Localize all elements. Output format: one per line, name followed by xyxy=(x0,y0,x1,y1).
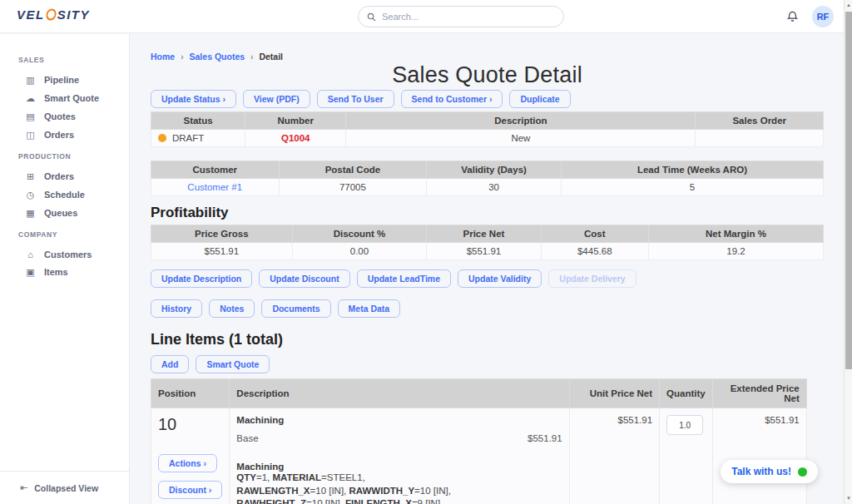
position-value: 10 xyxy=(158,415,222,434)
validity-header: Validity (Days) xyxy=(427,161,562,179)
draft-status-dot-icon xyxy=(158,134,166,142)
send-to-customer-button[interactable]: Send to Customer › xyxy=(401,90,503,108)
unit-price-header: Unit Price Net xyxy=(569,379,659,408)
status-value: DRAFT xyxy=(151,130,245,147)
section-title-production: PRODUCTION xyxy=(18,152,129,161)
view-pdf-button[interactable]: View (PDF) xyxy=(243,90,310,108)
sidebar-item-smart-quote[interactable]: ☁ Smart Quote xyxy=(25,89,129,107)
sidebar-item-label: Orders xyxy=(44,171,74,181)
collapse-arrow-icon: ⇤ xyxy=(20,482,27,493)
breadcrumb-detail: Detail xyxy=(259,52,283,62)
duplicate-button[interactable]: Duplicate xyxy=(509,90,570,108)
update-description-button[interactable]: Update Description xyxy=(151,269,252,288)
profitability-row: $551.91 0.00 $551.91 $445.68 19.2 xyxy=(151,243,824,260)
lead-time-value: 5 xyxy=(561,179,823,196)
quote-description: New xyxy=(346,130,696,147)
search-input[interactable] xyxy=(382,12,555,22)
base-price-row: Base $551.91 xyxy=(236,433,562,443)
base-label: Base xyxy=(236,433,258,443)
sidebar-item-label: Quotes xyxy=(44,111,76,121)
notes-button[interactable]: Notes xyxy=(209,299,255,318)
cost-header: Cost xyxy=(541,225,648,243)
update-delivery-button: Update Delivery xyxy=(548,269,636,288)
topbar-right: RF xyxy=(786,0,834,33)
sidebar-item-customers[interactable]: ⌂ Customers xyxy=(25,245,129,263)
update-validity-button[interactable]: Update Validity xyxy=(458,269,542,288)
cost-value: $445.68 xyxy=(541,243,648,260)
price-gross-header: Price Gross xyxy=(151,225,293,243)
sidebar-item-queues[interactable]: ▦ Queues xyxy=(25,204,129,222)
line-items-table: Position Description Unit Price Net Quan… xyxy=(151,378,807,504)
quantity-cell xyxy=(660,408,713,504)
pipeline-icon: ▥ xyxy=(25,75,36,86)
collapse-label: Collapsed View xyxy=(34,483,98,493)
velosity-logo[interactable]: VELSITY xyxy=(17,7,90,22)
price-net-value: $551.91 xyxy=(427,243,541,260)
add-line-item-button[interactable]: Add xyxy=(151,355,189,373)
search-icon xyxy=(367,12,376,22)
vertical-scrollbar[interactable]: ▲ ▼ xyxy=(844,0,852,504)
li-description-header: Description xyxy=(230,379,569,408)
breadcrumb-separator: › xyxy=(181,52,183,62)
sidebar-item-label: Pipeline xyxy=(44,75,79,85)
line-item-discount-button[interactable]: Discount › xyxy=(158,481,222,499)
sidebar-item-sales-orders[interactable]: ◫ Orders xyxy=(25,126,129,144)
extended-price-value: $551.91 xyxy=(712,408,806,504)
sidebar: SALES ▥ Pipeline ☁ Smart Quote ▤ Quotes … xyxy=(0,34,130,504)
notifications-bell-icon[interactable] xyxy=(786,10,799,23)
profitability-table: Price Gross Discount % Price Net Cost Ne… xyxy=(151,225,824,260)
collapse-sidebar-toggle[interactable]: ⇤ Collapsed View xyxy=(0,471,129,504)
quantity-input[interactable] xyxy=(666,415,703,435)
status-header: Status xyxy=(151,112,245,130)
chat-launcher[interactable]: Talk with us! xyxy=(721,460,818,483)
line-items-heading: Line Items (1 total) xyxy=(151,331,824,348)
machining-param-line: QTY=1, MATERIAL=STEEL1, xyxy=(236,472,562,485)
line-item-actions-button[interactable]: Actions › xyxy=(158,454,217,472)
update-discount-button[interactable]: Update Discount xyxy=(259,269,349,288)
scroll-up-arrow-icon[interactable]: ▲ xyxy=(845,0,852,11)
send-to-user-button[interactable]: Send To User xyxy=(317,90,394,108)
section-title-company: COMPANY xyxy=(18,230,129,239)
sidebar-item-items[interactable]: ▣ Items xyxy=(25,263,129,281)
info-buttons-row: History Notes Documents Meta Data xyxy=(151,299,824,318)
user-avatar[interactable]: RF xyxy=(812,6,834,27)
customer-header: Customer xyxy=(151,161,280,179)
breadcrumb-sales-quotes[interactable]: Sales Quotes xyxy=(190,52,245,62)
status-table: Status Number Description Sales Order DR… xyxy=(151,111,824,147)
base-price-value: $551.91 xyxy=(528,433,562,443)
sidebar-item-label: Orders xyxy=(44,130,74,140)
meta-data-button[interactable]: Meta Data xyxy=(338,299,401,318)
cart-icon: ⊞ xyxy=(25,171,36,182)
history-button[interactable]: History xyxy=(151,299,202,318)
sidebar-section-company: COMPANY ⌂ Customers ▣ Items xyxy=(18,230,129,281)
status-row: DRAFT Q1004 New xyxy=(151,130,824,147)
quantity-header: Quantity xyxy=(660,379,713,408)
breadcrumb-home[interactable]: Home xyxy=(151,52,175,62)
document-icon: ▤ xyxy=(25,111,36,122)
customer-table: Customer Postal Code Validity (Days) Lea… xyxy=(151,161,824,196)
online-status-dot-icon xyxy=(798,467,807,477)
net-margin-value: 19.2 xyxy=(648,243,823,260)
machining-param-line: RAWLENGTH_X=10 [IN], RAWWIDTH_Y=10 [IN], xyxy=(236,485,562,498)
documents-button[interactable]: Documents xyxy=(261,299,330,318)
sales-order-header: Sales Order xyxy=(696,112,824,130)
machining-detail-title: Machining xyxy=(236,462,562,472)
position-header: Position xyxy=(151,379,230,408)
smart-quote-button[interactable]: Smart Quote xyxy=(196,355,270,373)
extended-price-header: Extended Price Net xyxy=(712,379,806,408)
sidebar-section-sales: SALES ▥ Pipeline ☁ Smart Quote ▤ Quotes … xyxy=(18,56,129,144)
scroll-down-arrow-icon[interactable]: ▼ xyxy=(845,493,852,504)
sidebar-item-pipeline[interactable]: ▥ Pipeline xyxy=(25,71,129,89)
sidebar-item-label: Customers xyxy=(44,250,92,259)
sidebar-item-schedule[interactable]: ◷ Schedule xyxy=(25,185,129,204)
update-leadtime-button[interactable]: Update LeadTime xyxy=(357,269,451,288)
customer-link[interactable]: Customer #1 xyxy=(187,182,242,192)
sidebar-item-production-orders[interactable]: ⊞ Orders xyxy=(25,167,129,185)
update-status-button[interactable]: Update Status › xyxy=(151,90,236,108)
sidebar-item-quotes[interactable]: ▤ Quotes xyxy=(25,107,129,126)
logo-text-prefix: VEL xyxy=(17,7,45,22)
line-item-name: Machining xyxy=(236,415,562,425)
status-text: DRAFT xyxy=(172,133,204,143)
scrollbar-thumb[interactable] xyxy=(845,12,852,369)
customer-row: Customer #1 77005 30 5 xyxy=(151,179,824,196)
